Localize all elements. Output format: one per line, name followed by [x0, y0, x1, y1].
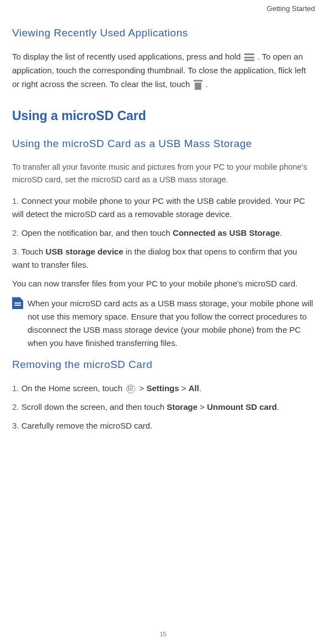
- step-number: 1.: [12, 383, 22, 393]
- step-text: Open the notification bar, and then touc…: [22, 228, 173, 237]
- ui-label: All: [189, 383, 199, 393]
- step-text: .: [277, 402, 279, 412]
- step-number: 2.: [12, 228, 22, 237]
- step-text: >: [179, 383, 189, 393]
- text-fragment: .: [206, 79, 208, 89]
- page-number: 15: [0, 631, 326, 637]
- remove-step-1: 1. On the Home screen, touch > Settings …: [12, 382, 315, 395]
- step-text: Carefully remove the microSD card.: [22, 421, 153, 430]
- ui-label: Storage: [167, 402, 197, 412]
- note-block: When your microSD card acts as a USB mas…: [12, 297, 315, 350]
- usb-step-1: 1. Connect your mobile phone to your PC …: [12, 194, 315, 221]
- usb-intro-text: To transfer all your favorite music and …: [12, 161, 315, 186]
- remove-step-3: 3. Carefully remove the microSD card.: [12, 419, 315, 432]
- section-using-microsd-title: Using a microSD Card: [12, 109, 315, 123]
- step-text: >: [197, 402, 207, 412]
- section1-paragraph: To display the list of recently used app…: [12, 50, 315, 91]
- remove-step-2: 2. Scroll down the screen, and then touc…: [12, 401, 315, 414]
- apps-grid-icon: [126, 385, 135, 393]
- step-number: 1.: [12, 196, 22, 205]
- ui-label: Settings: [146, 383, 179, 393]
- section-viewing-recent-apps-title: Viewing Recently Used Applications: [12, 27, 315, 39]
- note-text: When your microSD card acts as a USB mas…: [28, 297, 315, 350]
- trash-icon: [194, 80, 202, 90]
- step-number: 3.: [12, 247, 21, 256]
- menu-icon: [244, 53, 254, 61]
- ui-label: USB storage device: [46, 247, 124, 256]
- step-text: On the Home screen, touch: [22, 383, 125, 393]
- usb-step-3: 3. Touch USB storage device in the dialo…: [12, 245, 315, 272]
- step-number: 3.: [12, 421, 22, 430]
- step-text: Scroll down the screen, and then touch: [22, 402, 167, 412]
- usb-after-text: You can now transfer files from your PC …: [12, 277, 315, 291]
- note-icon: [12, 297, 23, 309]
- step-text: >: [139, 383, 146, 393]
- header-chapter: Getting Started: [12, 4, 315, 13]
- step-text: Touch: [21, 247, 45, 256]
- step-text: Connect your mobile phone to your PC wit…: [12, 196, 305, 219]
- subsection-usb-mass-storage-title: Using the microSD Card as a USB Mass Sto…: [12, 138, 315, 150]
- text-fragment: To display the list of recently used app…: [12, 52, 243, 61]
- usb-step-2: 2. Open the notification bar, and then t…: [12, 226, 315, 240]
- step-text: .: [199, 383, 201, 393]
- ui-label: Unmount SD card: [207, 402, 277, 412]
- subsection-removing-microsd-title: Removing the microSD Card: [12, 359, 315, 371]
- step-number: 2.: [12, 402, 22, 412]
- step-text: .: [280, 228, 282, 237]
- ui-label: Connected as USB Storage: [173, 228, 280, 237]
